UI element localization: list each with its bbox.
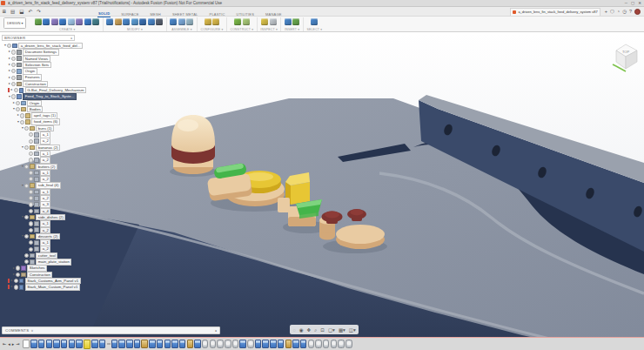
timeline-construction-feature[interactable] — [308, 340, 315, 348]
tree-row[interactable]: ▾butters (2) — [2, 164, 104, 170]
timeline-construction-feature[interactable] — [225, 340, 231, 348]
tree-row[interactable]: ▸Selection Sets — [2, 62, 104, 68]
configuration-table-icon[interactable] — [212, 18, 219, 25]
timeline-sketch-feature[interactable] — [111, 340, 118, 348]
configuration-icon[interactable] — [205, 18, 211, 25]
joint-icon[interactable] — [178, 18, 185, 25]
close-button[interactable]: ✕ — [638, 0, 641, 6]
tree-row[interactable]: ▾food_items (6) — [2, 119, 104, 125]
timeline-sketch-feature[interactable] — [99, 340, 106, 348]
play-icon[interactable]: ▸ — [12, 339, 15, 349]
timeline-sketch-feature[interactable] — [164, 340, 171, 348]
file-menu-icon[interactable]: ▤ — [10, 7, 15, 16]
tree-row-label[interactable]: a_1 — [40, 220, 50, 227]
tree-row-label[interactable]: a_2 — [40, 246, 50, 252]
tree-row[interactable]: a_1 — [2, 131, 104, 138]
timeline-modify-feature[interactable] — [187, 340, 194, 348]
look-at-icon[interactable]: ◉ — [298, 326, 305, 334]
tree-row[interactable]: ▸Named Views — [2, 56, 104, 62]
visibility-icon[interactable] — [29, 209, 33, 213]
tree-row[interactable]: a_2 — [2, 246, 104, 252]
timeline-sketch-feature[interactable] — [255, 340, 262, 348]
insert-derive-icon[interactable] — [285, 18, 292, 25]
new-component-icon[interactable] — [170, 18, 177, 25]
tree-row-label[interactable]: Sketches — [27, 265, 47, 272]
timeline-construction-feature[interactable] — [247, 340, 254, 348]
visibility-icon[interactable] — [29, 171, 33, 175]
extensions-icon[interactable]: ⬡ — [610, 7, 614, 16]
visibility-icon[interactable] — [29, 132, 33, 137]
browser-pin-icon[interactable]: ● — [70, 37, 72, 40]
visibility-icon[interactable] — [11, 94, 16, 98]
fillet-icon[interactable] — [115, 18, 122, 25]
tree-row[interactable]: a_2 — [2, 176, 104, 182]
visibility-icon[interactable] — [29, 151, 33, 156]
tree-row[interactable]: cutter_tool — [2, 252, 104, 259]
tree-row-label[interactable]: a_2 — [40, 227, 50, 234]
visibility-icon[interactable] — [16, 266, 20, 270]
tab-sheet-metal[interactable]: SHEET METAL — [171, 12, 199, 17]
visibility-icon[interactable] — [16, 273, 20, 277]
timeline-construction-feature[interactable] — [202, 340, 209, 348]
timeline-sketch-feature[interactable] — [134, 340, 141, 348]
visibility-icon[interactable] — [29, 139, 33, 144]
timeline-sketch-feature[interactable] — [300, 340, 307, 348]
timeline-sketch-feature[interactable] — [61, 340, 68, 348]
timeline-construction-feature[interactable] — [338, 340, 345, 348]
pattern-icon[interactable] — [76, 18, 83, 25]
tree-row[interactable]: a_1 — [2, 239, 104, 246]
sphere-icon[interactable] — [59, 18, 66, 25]
add-document-tab-icon[interactable]: + — [605, 7, 607, 16]
orbit-icon[interactable]: ◌ — [292, 326, 297, 334]
tree-row[interactable]: ▸Document Settings — [2, 49, 104, 55]
save-icon[interactable]: ⬓ — [19, 7, 23, 16]
maximize-button[interactable]: ▢ — [631, 0, 634, 6]
tree-row[interactable]: ▾side_dishes (2) — [2, 214, 104, 220]
tree-row-label[interactable]: Feed_Tray_to_Stack_Syste... — [23, 93, 76, 100]
new-sketch-icon[interactable] — [35, 18, 42, 25]
browser-root-row[interactable]: ▾a_driven_lens_fin_stack_feed_del... — [2, 43, 104, 49]
tree-row[interactable]: ▾buns (1) — [2, 125, 104, 131]
tree-row[interactable]: ▾Bodies — [2, 106, 104, 112]
tab-utilities[interactable]: UTILITIES — [236, 12, 255, 17]
timeline-sketch-feature[interactable] — [38, 340, 45, 348]
timeline-sketch-feature[interactable] — [278, 340, 285, 348]
data-panel-toggle-icon[interactable]: ⊞ — [3, 7, 7, 16]
visibility-icon[interactable] — [29, 158, 33, 162]
tab-solid[interactable]: SOLID — [97, 11, 111, 17]
visibility-icon[interactable] — [14, 279, 18, 283]
measure-icon[interactable] — [261, 18, 268, 25]
visibility-icon[interactable] — [29, 202, 33, 206]
timeline-construction-feature[interactable] — [232, 340, 239, 348]
help-icon[interactable]: ? — [629, 7, 632, 16]
box-icon[interactable] — [43, 18, 50, 25]
axis-icon[interactable] — [243, 18, 250, 25]
coil-icon[interactable] — [92, 18, 99, 25]
timeline-construction-feature[interactable] — [210, 340, 217, 348]
timeline-sketch-feature[interactable] — [126, 340, 133, 348]
go-to-start-icon[interactable]: ⇤ — [3, 339, 6, 349]
fit-icon[interactable]: ⊡ — [319, 326, 326, 334]
visibility-icon[interactable] — [11, 76, 16, 80]
press-pull-icon[interactable] — [106, 18, 113, 25]
timeline-sketch-feature[interactable] — [53, 340, 60, 348]
comments-drag-handle[interactable]: ● — [215, 329, 217, 333]
tree-row-label[interactable]: Named Views — [23, 56, 50, 63]
visibility-icon[interactable] — [16, 107, 20, 111]
tree-row[interactable]: ▸Stark_Main_Custom_Panel v1 — [2, 284, 104, 290]
tree-row[interactable]: a_1 — [2, 170, 104, 176]
visibility-icon[interactable] — [20, 113, 24, 118]
tree-row-label[interactable]: Construction — [27, 272, 52, 279]
timeline-selected-feature[interactable] — [84, 340, 91, 349]
timeline-sketch-feature[interactable] — [292, 340, 299, 348]
document-tab[interactable]: a_driven_lens_fin_stack_feed_delivery_sy… — [510, 8, 600, 16]
timeline-modify-feature[interactable] — [141, 340, 148, 348]
tab-manage[interactable]: MANAGE — [265, 12, 283, 17]
visibility-icon[interactable] — [7, 44, 11, 48]
timeline-sketch-feature[interactable] — [91, 340, 98, 348]
workspace-dropdown[interactable]: DESIGN ▾ — [3, 17, 26, 29]
tab-mesh[interactable]: MESH — [150, 12, 162, 17]
offset-plane-icon[interactable] — [234, 18, 241, 25]
tree-row[interactable]: a_2 — [2, 195, 104, 201]
food-item-step[interactable] — [278, 198, 290, 212]
